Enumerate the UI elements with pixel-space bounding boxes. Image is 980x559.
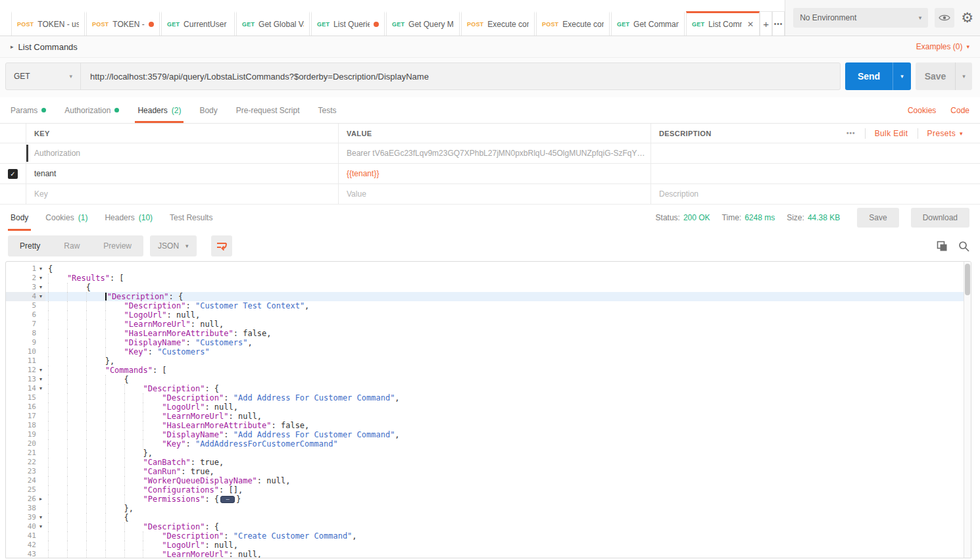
indent-guide	[67, 458, 86, 467]
json-literal: false	[281, 421, 305, 430]
json-punct: :	[272, 421, 281, 430]
presets-dropdown[interactable]: Presets ▾	[918, 129, 972, 138]
indent-guide	[86, 458, 105, 467]
indent-guide	[86, 366, 105, 375]
download-response-button[interactable]: Download	[911, 208, 969, 228]
line-gutter: 6	[6, 310, 45, 320]
scrollbar-track[interactable]	[964, 262, 971, 558]
environment-quick-look-button[interactable]	[935, 8, 954, 28]
response-tab-headers[interactable]: Headers(10)	[105, 205, 153, 231]
fold-open-icon[interactable]: ▾	[36, 274, 45, 283]
more-options-icon[interactable]: •••	[837, 130, 865, 137]
header-value-cell[interactable]: Bearer tV6aEGc23fLqv9m23GQ7XPhbL27jMN0px…	[339, 143, 651, 163]
request-tab[interactable]: POSTTOKEN - user	[11, 11, 85, 36]
method-selector[interactable]: GET ▾	[6, 63, 81, 89]
json-string: "Customers"	[195, 338, 247, 347]
send-options-arrow[interactable]: ▾	[893, 62, 911, 90]
fold-open-icon[interactable]: ▾	[36, 522, 45, 531]
request-tab-params[interactable]: Params	[11, 97, 46, 123]
wrap-lines-icon	[216, 241, 228, 251]
request-tab[interactable]: GETGet Command	[611, 11, 685, 36]
json-punct: :	[148, 347, 157, 356]
new-tab-button[interactable]: +	[760, 11, 772, 36]
fold-open-icon[interactable]: ▾	[36, 384, 45, 393]
value-placeholder[interactable]: Value	[339, 184, 651, 204]
scrollbar-thumb[interactable]	[965, 264, 970, 295]
key-placeholder[interactable]: Key	[26, 184, 339, 204]
save-options-arrow[interactable]: ▾	[955, 62, 972, 90]
indent-guide	[124, 458, 143, 467]
json-literal: null	[238, 550, 257, 558]
copy-icon[interactable]	[937, 241, 948, 252]
settings-gear-icon[interactable]: ⚙	[961, 11, 973, 24]
header-description-cell[interactable]	[651, 143, 980, 163]
fold-open-icon[interactable]: ▾	[36, 513, 45, 522]
line-gutter: 40▾	[6, 522, 45, 531]
request-tab[interactable]: POSTTOKEN - s	[86, 11, 160, 36]
fold-open-icon[interactable]: ▾	[36, 366, 45, 375]
json-code-viewer[interactable]: 1▾{2▾"Results": [3▾{4▾"Description": {5"…	[6, 262, 971, 558]
code-line-content: },	[45, 356, 971, 366]
close-tab-icon[interactable]: ✕	[746, 20, 754, 29]
cookies-link[interactable]: Cookies	[908, 106, 936, 115]
request-tab-headers-[interactable]: Headers(2)	[137, 97, 181, 123]
header-value-cell[interactable]: {{tenant}}	[339, 164, 651, 183]
indent-guide	[143, 412, 162, 421]
request-tab-authorization[interactable]: Authorization	[64, 97, 119, 123]
row-drag-handle[interactable]	[26, 145, 28, 162]
request-tab[interactable]: GETGet Global Var	[236, 11, 310, 36]
view-mode-preview[interactable]: Preview	[91, 235, 143, 256]
indent-guide	[67, 320, 86, 329]
collapse-triangle-icon[interactable]: ▸	[11, 43, 14, 50]
request-tab[interactable]: POSTExecute com	[461, 11, 535, 36]
view-mode-raw[interactable]: Raw	[52, 235, 91, 256]
collapsed-content-badge[interactable]: ⋯	[220, 496, 235, 503]
eye-icon	[939, 14, 950, 22]
row-checkbox[interactable]: ✓	[8, 169, 18, 179]
response-tab-cookies[interactable]: Cookies(1)	[45, 205, 87, 231]
fold-open-icon[interactable]: ▾	[36, 375, 45, 384]
request-tab[interactable]: POSTExecute com	[536, 11, 610, 36]
header-key-cell[interactable]: Authorization	[26, 143, 339, 163]
line-number: 6	[32, 310, 36, 320]
fold-open-icon[interactable]: ▾	[36, 292, 45, 301]
fold-open-icon[interactable]: ▾	[36, 283, 45, 292]
indent-guide	[48, 449, 67, 458]
view-mode-pretty[interactable]: Pretty	[8, 235, 52, 256]
indent-guide	[124, 412, 143, 421]
indent-guide	[86, 476, 105, 485]
fold-collapsed-icon[interactable]: ▸	[36, 495, 45, 504]
header-key-cell[interactable]: tenant	[26, 164, 339, 183]
request-tab[interactable]: GETCurrentUser	[161, 11, 235, 36]
request-tab-body[interactable]: Body	[199, 97, 217, 123]
examples-dropdown[interactable]: Examples (0) ▾	[916, 42, 969, 51]
tab-method-label: POST	[467, 21, 483, 28]
description-placeholder[interactable]: Description	[651, 184, 980, 204]
save-request-button[interactable]: Save ▾	[916, 62, 972, 90]
json-literal: null	[238, 412, 257, 421]
save-response-button[interactable]: Save	[857, 208, 898, 228]
indent-guide	[124, 439, 143, 449]
tab-overflow-button[interactable]: •••	[772, 11, 785, 36]
code-line: 19"DisplayName": "Add Address For Custom…	[6, 430, 971, 439]
wrap-lines-button[interactable]	[211, 235, 232, 256]
request-tab-tests[interactable]: Tests	[318, 97, 336, 123]
environment-selector[interactable]: No Environment ▾	[793, 8, 928, 28]
json-punct: : [	[153, 366, 167, 375]
code-link[interactable]: Code	[950, 106, 969, 115]
header-description-cell[interactable]	[651, 164, 980, 183]
search-icon[interactable]	[958, 241, 969, 252]
request-tab[interactable]: GETList Querie	[311, 11, 385, 36]
request-tab[interactable]: GETList Comn✕	[686, 11, 760, 36]
response-tab-test-results[interactable]: Test Results	[170, 205, 212, 231]
indent-guide	[105, 430, 124, 439]
request-tab[interactable]: GETGet Query Me	[386, 11, 460, 36]
indent-guide	[48, 495, 67, 504]
url-input[interactable]: http://localhost:3579/api/query/LobstaLi…	[81, 63, 840, 89]
format-selector[interactable]: JSON ▾	[150, 235, 197, 256]
send-button[interactable]: Send ▾	[845, 62, 911, 90]
fold-open-icon[interactable]: ▾	[36, 264, 45, 274]
response-tab-body[interactable]: Body	[11, 205, 28, 231]
bulk-edit-link[interactable]: Bulk Edit	[866, 129, 918, 138]
request-tab-pre-request-script[interactable]: Pre-request Script	[236, 97, 300, 123]
